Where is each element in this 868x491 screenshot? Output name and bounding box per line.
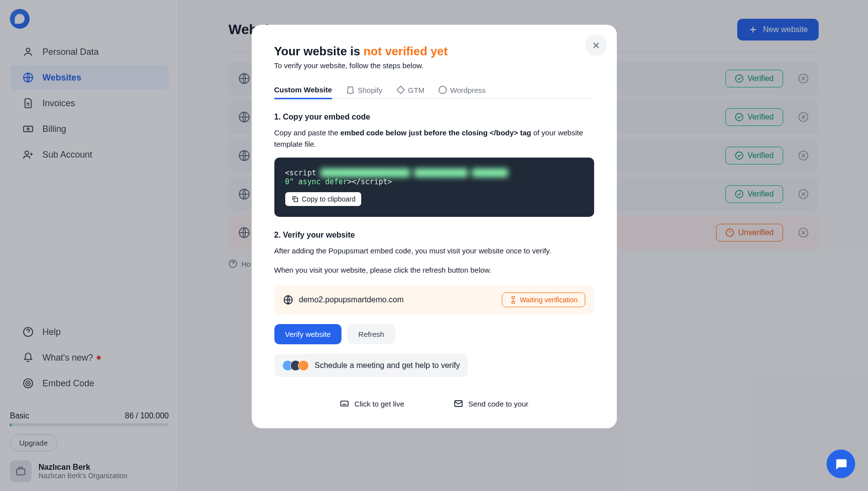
step1-title: 1. Copy your embed code [274,113,594,122]
svg-point-26 [439,86,447,94]
tab-shopify[interactable]: Shopify [346,82,382,98]
mail-icon [453,399,463,409]
step2-title: 2. Verify your website [274,231,594,240]
waiting-badge: Waiting verification [502,292,585,307]
wordpress-icon [438,85,447,94]
chat-icon [834,457,848,471]
embed-code-box: <script ████████████████████ ███████████… [274,158,594,217]
schedule-meeting-button[interactable]: Schedule a meeting and get help to verif… [274,354,468,377]
modal-overlay: Your website is not verified yet To veri… [0,0,868,491]
hourglass-icon [509,296,517,304]
verify-modal: Your website is not verified yet To veri… [252,25,617,428]
chat-fab[interactable] [827,450,855,478]
close-button[interactable] [585,35,607,56]
avatar-stack [282,360,309,371]
step2-text-a: After adding the Popupsmart embed code, … [274,246,594,257]
keyboard-icon [340,399,349,409]
copy-icon [291,195,299,203]
close-icon [591,41,601,50]
modal-subtitle: To verify your website, follow the steps… [274,61,594,70]
copy-clipboard-button[interactable]: Copy to clipboard [285,192,362,206]
step1-text: Copy and paste the embed code below just… [274,127,594,150]
send-code-action[interactable]: Send code to your [453,399,528,409]
svg-rect-29 [341,401,348,406]
modal-title: Your website is not verified yet [274,44,594,58]
get-live-action[interactable]: Click to get live [340,399,404,409]
tab-custom-website[interactable]: Custom Website [274,82,332,99]
domain-name: demo2.popupsmartdemo.com [299,295,404,304]
tab-wordpress[interactable]: Wordpress [438,82,486,98]
verify-website-button[interactable]: Verify website [274,324,342,344]
platform-tabs: Custom Website Shopify GTM Wordpress [274,82,594,99]
domain-status-box: demo2.popupsmartdemo.com Waiting verific… [274,286,594,314]
step2-text-b: When you visit your website, please clic… [274,265,594,276]
globe-icon [283,295,293,305]
svg-rect-27 [294,198,298,202]
shopify-icon [346,85,355,94]
refresh-button[interactable]: Refresh [347,324,395,344]
tab-gtm[interactable]: GTM [396,82,424,98]
gtm-icon [396,85,405,94]
